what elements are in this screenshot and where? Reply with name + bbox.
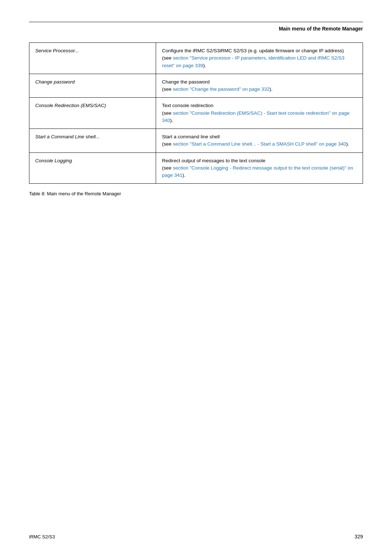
link-command-line-shell[interactable]: section "Start a Command Line shell... -… <box>173 141 346 147</box>
page-footer: iRMC S2/S3 329 <box>29 534 363 539</box>
table-cell-description: Text console redirection (see section "C… <box>156 98 363 129</box>
table-cell-description: Redirect output of messages to the text … <box>156 152 363 184</box>
link-console-redirection[interactable]: section "Console Redirection (EMS/SAC) -… <box>162 110 350 123</box>
table-cell-menu-item: Start a Command Line shell... <box>29 129 156 153</box>
table-row: Console Redirection (EMS/SAC) Text conso… <box>29 98 363 129</box>
menu-item-label: Change password <box>35 79 75 85</box>
table-cell-menu-item: Console Logging <box>29 152 156 184</box>
footer-left: iRMC S2/S3 <box>29 534 55 539</box>
table-cell-menu-item: Service Processor... <box>29 43 156 74</box>
menu-item-label: Service Processor... <box>35 48 79 53</box>
table-row: Console Logging Redirect output of messa… <box>29 152 363 184</box>
page-container: Main menu of the Remote Manager Service … <box>0 0 392 554</box>
footer-page-number: 329 <box>355 534 363 539</box>
menu-item-label: Console Logging <box>35 158 72 163</box>
page-header-title: Main menu of the Remote Manager <box>279 26 363 32</box>
table-cell-menu-item: Change password <box>29 74 156 98</box>
menu-item-label: Console Redirection (EMS/SAC) <box>35 103 106 108</box>
table-row: Start a Command Line shell... Start a co… <box>29 129 363 153</box>
table-row: Change password Change the password (see… <box>29 74 363 98</box>
table-cell-description: Start a command line shell (see section … <box>156 129 363 153</box>
table-row: Service Processor... Configure the iRMC … <box>29 43 363 74</box>
main-table: Service Processor... Configure the iRMC … <box>29 42 363 184</box>
table-caption: Table 8: Main menu of the Remote Manager <box>29 191 363 196</box>
link-change-password[interactable]: section "Change the password" on page 33… <box>173 86 269 92</box>
link-console-logging[interactable]: section "Console Logging - Redirect mess… <box>162 165 353 178</box>
table-cell-description: Change the password (see section "Change… <box>156 74 363 98</box>
table-cell-menu-item: Console Redirection (EMS/SAC) <box>29 98 156 129</box>
link-service-processor[interactable]: section "Service processor - IP paramete… <box>162 55 344 68</box>
table-cell-description: Configure the iRMC S2/S3iRMC S2/S3 (e.g.… <box>156 43 363 74</box>
page-header: Main menu of the Remote Manager <box>29 22 363 42</box>
menu-item-label: Start a Command Line shell... <box>35 134 100 139</box>
